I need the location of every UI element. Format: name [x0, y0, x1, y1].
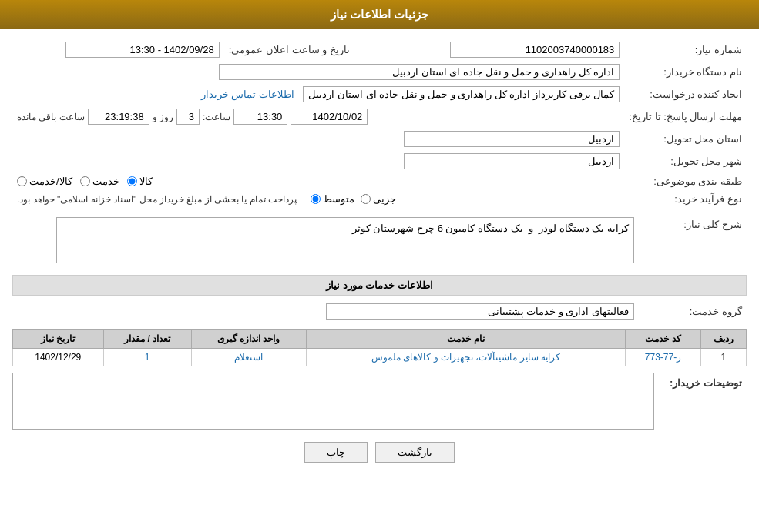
proc-type-row: نوع فرآیند خرید: پرداخت تمام یا بخشی از … — [12, 190, 747, 208]
page-header: جزئیات اطلاعات نیاز — [0, 0, 759, 29]
info-table: شماره نیاز: 1102003740000183 تاریخ و ساع… — [12, 38, 747, 208]
jozi-label: جزیی — [373, 193, 396, 205]
proc-option-jozi[interactable]: جزیی — [361, 193, 396, 205]
print-button[interactable]: چاپ — [304, 442, 368, 463]
province-input: اردبیل — [404, 131, 620, 147]
cell-code: ز-77-773 — [626, 349, 700, 366]
cell-date: 1402/12/29 — [13, 349, 104, 366]
deadline-time-row: ساعت باقی مانده 23:19:38 روز و 3 ساعت: 1… — [17, 109, 620, 125]
creator-row: ایجاد کننده درخواست: کمال برقی کاربرداز … — [12, 83, 747, 105]
buyer-desc-input[interactable] — [12, 373, 654, 430]
general-desc-label: شرح کلی نیاز: — [639, 214, 747, 269]
page-title: جزئیات اطلاعات نیاز — [331, 8, 428, 21]
category-option-kala-khedmat[interactable]: کالا/خدمت — [17, 176, 72, 187]
back-button[interactable]: بازگشت — [375, 442, 455, 463]
creator-link[interactable]: اطلاعات تماس خریدار — [201, 89, 294, 100]
services-header-row: ردیف کد خدمت نام خدمت واحد اندازه گیری ت… — [13, 330, 747, 349]
category-label: طبقه بندی موضوعی: — [624, 172, 747, 190]
proc-row: پرداخت تمام یا بخشی از مبلغ خریداز محل "… — [17, 193, 620, 205]
city-label: شهر محل تحویل: — [624, 150, 747, 172]
date-input: 1402/09/28 - 13:30 — [65, 42, 220, 58]
services-table: ردیف کد خدمت نام خدمت واحد اندازه گیری ت… — [12, 329, 747, 366]
general-desc-row: شرح کلی نیاز: — [12, 214, 747, 269]
days-label: روز و — [153, 112, 173, 122]
creator-label: ایجاد کننده درخواست: — [624, 83, 747, 105]
service-group-input: فعالیتهای اداری و خدمات پشتیبانی — [326, 303, 634, 320]
service-group-table: گروه خدمت: فعالیتهای اداری و خدمات پشتیب… — [12, 300, 747, 323]
need-number-row: شماره نیاز: 1102003740000183 تاریخ و ساع… — [12, 38, 747, 61]
jozi-radio[interactable] — [361, 194, 371, 204]
page-wrapper: جزئیات اطلاعات نیاز شماره نیاز: 11020037… — [0, 0, 759, 532]
city-input: اردبیل — [404, 153, 620, 169]
col-code: کد خدمت — [626, 330, 700, 349]
kala-radio[interactable] — [127, 176, 137, 186]
city-row: شهر محل تحویل: اردبیل — [12, 150, 747, 172]
services-table-body: 1 ز-77-773 کرایه سایر ماشینآلات، تجهیزات… — [13, 349, 747, 366]
col-qty: تعداد / مقدار — [103, 330, 191, 349]
need-number-value: 1102003740000183 — [393, 38, 625, 61]
content-area: شماره نیاز: 1102003740000183 تاریخ و ساع… — [0, 29, 759, 480]
date-label: تاریخ و ساعت اعلان عمومی: — [224, 38, 354, 61]
service-group-row: گروه خدمت: فعالیتهای اداری و خدمات پشتیب… — [12, 300, 747, 323]
province-label: استان محل تحویل: — [624, 128, 747, 150]
col-row: ردیف — [700, 330, 746, 349]
need-number-label: شماره نیاز: — [624, 38, 747, 61]
kala-khedmat-label: کالا/خدمت — [29, 176, 72, 187]
motavaset-label: متوسط — [323, 193, 354, 205]
remaining-value: 23:19:38 — [88, 109, 149, 125]
kala-label: کالا — [139, 176, 153, 187]
buyer-desc-label: توضیحات خریدار: — [654, 373, 747, 389]
category-option-khedmat[interactable]: خدمت — [80, 176, 119, 187]
col-date: تاریخ نیاز — [13, 330, 104, 349]
category-radio-group: کالا/خدمت خدمت کالا — [17, 176, 620, 187]
services-table-header: ردیف کد خدمت نام خدمت واحد اندازه گیری ت… — [13, 330, 747, 349]
remaining-label: ساعت باقی مانده — [17, 112, 85, 122]
deadline-time-value: 13:30 — [233, 109, 287, 125]
proc-notice: پرداخت تمام یا بخشی از مبلغ خریداز محل "… — [17, 194, 297, 205]
buyer-name-row: نام دستگاه خریدار: اداره کل راهداری و حم… — [12, 61, 747, 83]
deadline-row: مهلت ارسال پاسخ: تا تاریخ: ساعت باقی مان… — [12, 105, 747, 128]
province-row: استان محل تحویل: اردبیل — [12, 128, 747, 150]
table-row: 1 ز-77-773 کرایه سایر ماشینآلات، تجهیزات… — [13, 349, 747, 366]
buyer-name-value: اداره کل راهداری و حمل و نقل جاده ای است… — [12, 61, 624, 83]
service-group-label: گروه خدمت: — [639, 300, 747, 323]
buttons-row: بازگشت چاپ — [12, 442, 747, 463]
buyer-name-label: نام دستگاه خریدار: — [624, 61, 747, 83]
col-unit: واحد اندازه گیری — [191, 330, 306, 349]
col-name: نام خدمت — [306, 330, 626, 349]
cell-row: 1 — [700, 349, 746, 366]
cell-qty: 1 — [103, 349, 191, 366]
general-desc-table: شرح کلی نیاز: — [12, 214, 747, 269]
kala-khedmat-radio[interactable] — [17, 176, 27, 186]
khedmat-label: خدمت — [92, 176, 119, 187]
cell-unit: استعلام — [191, 349, 306, 366]
motavaset-radio[interactable] — [311, 194, 321, 204]
buyer-desc-section: توضیحات خریدار: — [12, 373, 747, 430]
deadline-label: مهلت ارسال پاسخ: تا تاریخ: — [624, 105, 747, 128]
date-value: 1402/09/28 - 13:30 — [12, 38, 224, 61]
deadline-date-value: 1402/10/02 — [291, 109, 368, 125]
days-value: 3 — [176, 109, 200, 125]
khedmat-radio[interactable] — [80, 176, 90, 186]
cell-name: کرایه سایر ماشینآلات، تجهیزات و کالاهای … — [306, 349, 626, 366]
proc-option-motavaset[interactable]: متوسط — [311, 193, 354, 205]
need-number-input: 1102003740000183 — [450, 42, 620, 58]
proc-type-label: نوع فرآیند خرید: — [624, 190, 747, 208]
creator-input: کمال برقی کاربرداز اداره کل راهداری و حم… — [303, 86, 620, 102]
general-desc-input[interactable] — [56, 217, 634, 263]
category-row: طبقه بندی موضوعی: کالا/خدمت خدمت کالا — [12, 172, 747, 190]
services-section-title: اطلاعات خدمات مورد نیاز — [12, 275, 747, 296]
deadline-time-label: ساعت: — [203, 112, 230, 122]
buyer-name-input: اداره کل راهداری و حمل و نقل جاده ای است… — [219, 64, 620, 80]
category-option-kala[interactable]: کالا — [127, 176, 153, 187]
